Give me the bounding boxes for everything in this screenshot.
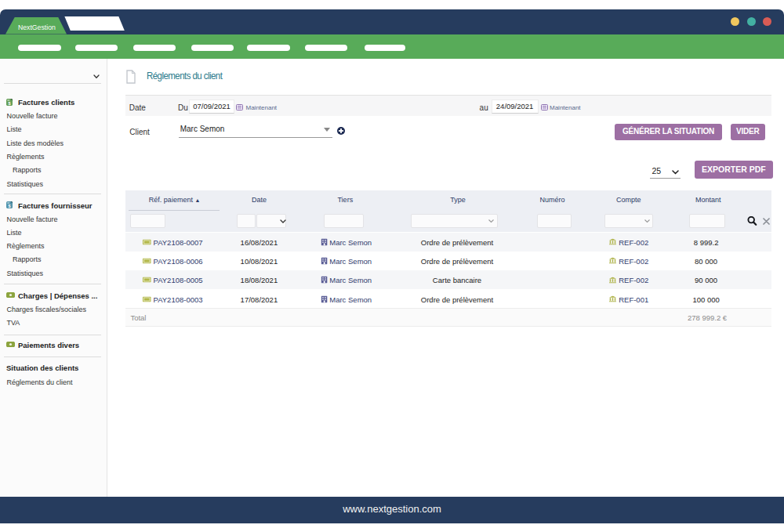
- svg-text:$: $: [8, 204, 10, 208]
- svg-text:$: $: [8, 100, 10, 105]
